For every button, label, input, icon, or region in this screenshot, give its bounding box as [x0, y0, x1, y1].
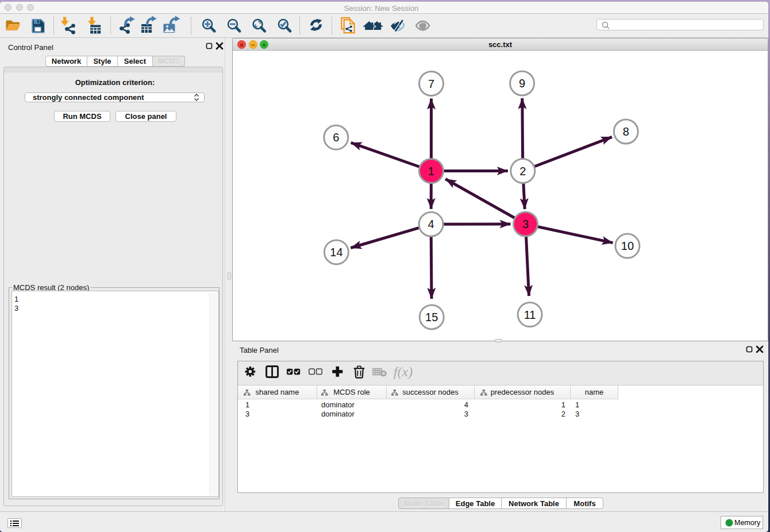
svg-text:11: 11	[524, 309, 536, 321]
svg-text:4: 4	[428, 218, 434, 230]
svg-text:10: 10	[621, 240, 634, 252]
svg-text:9: 9	[519, 77, 525, 90]
svg-text:6: 6	[333, 131, 339, 144]
svg-text:15: 15	[425, 311, 438, 323]
svg-text:8: 8	[623, 125, 629, 138]
svg-text:f(x): f(x)	[394, 364, 413, 379]
svg-text:2: 2	[519, 165, 526, 178]
svg-text:7: 7	[428, 78, 434, 90]
svg-text:1: 1	[428, 165, 434, 178]
svg-text:14: 14	[330, 246, 342, 259]
svg-text:3: 3	[522, 218, 529, 230]
